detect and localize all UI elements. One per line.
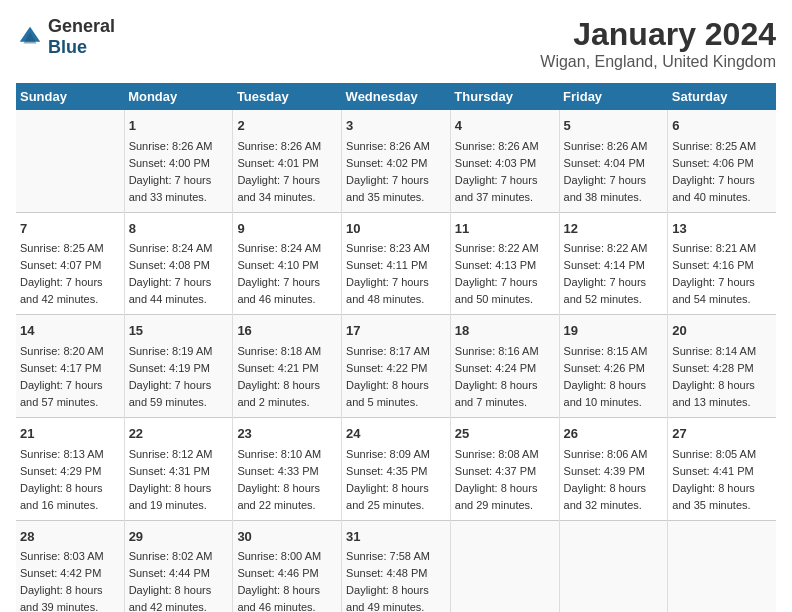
cell-line: Sunrise: 8:26 AM [237,140,321,152]
cell-line: Sunrise: 8:17 AM [346,345,430,357]
cell-line: and 33 minutes. [129,191,207,203]
cell-content: Sunrise: 8:03 AMSunset: 4:42 PMDaylight:… [20,548,120,612]
day-number: 22 [129,424,229,444]
cell-line: and 35 minutes. [672,499,750,511]
calendar-cell: 6Sunrise: 8:25 AMSunset: 4:06 PMDaylight… [668,110,776,212]
cell-line: and 2 minutes. [237,396,309,408]
cell-content: Sunrise: 8:26 AMSunset: 4:04 PMDaylight:… [564,138,664,206]
day-number: 1 [129,116,229,136]
calendar-cell: 24Sunrise: 8:09 AMSunset: 4:35 PMDayligh… [342,418,451,521]
cell-content: Sunrise: 8:26 AMSunset: 4:01 PMDaylight:… [237,138,337,206]
cell-line: and 32 minutes. [564,499,642,511]
cell-line: Sunrise: 8:08 AM [455,448,539,460]
calendar-cell: 18Sunrise: 8:16 AMSunset: 4:24 PMDayligh… [450,315,559,418]
day-number: 2 [237,116,337,136]
cell-line: Daylight: 7 hours [564,276,647,288]
day-number: 17 [346,321,446,341]
cell-line: Sunrise: 8:26 AM [564,140,648,152]
calendar-cell: 13Sunrise: 8:21 AMSunset: 4:16 PMDayligh… [668,212,776,315]
calendar-cell: 14Sunrise: 8:20 AMSunset: 4:17 PMDayligh… [16,315,124,418]
cell-content: Sunrise: 8:13 AMSunset: 4:29 PMDaylight:… [20,446,120,514]
cell-line: Daylight: 8 hours [129,584,212,596]
calendar-cell: 22Sunrise: 8:12 AMSunset: 4:31 PMDayligh… [124,418,233,521]
cell-line: Sunset: 4:01 PM [237,157,318,169]
calendar-cell [559,520,668,612]
cell-line: Daylight: 7 hours [672,276,755,288]
calendar-cell: 8Sunrise: 8:24 AMSunset: 4:08 PMDaylight… [124,212,233,315]
cell-line: Sunset: 4:16 PM [672,259,753,271]
cell-content: Sunrise: 8:18 AMSunset: 4:21 PMDaylight:… [237,343,337,411]
cell-line: Daylight: 8 hours [346,584,429,596]
calendar-cell [16,110,124,212]
cell-line: Daylight: 8 hours [237,379,320,391]
cell-line: Sunrise: 8:10 AM [237,448,321,460]
header: General Blue January 2024 Wigan, England… [16,16,776,71]
cell-line: and 29 minutes. [455,499,533,511]
cell-line: Sunrise: 8:20 AM [20,345,104,357]
calendar-cell: 12Sunrise: 8:22 AMSunset: 4:14 PMDayligh… [559,212,668,315]
cell-content: Sunrise: 8:02 AMSunset: 4:44 PMDaylight:… [129,548,229,612]
cell-line: Daylight: 8 hours [237,584,320,596]
day-number: 15 [129,321,229,341]
cell-line: Sunset: 4:24 PM [455,362,536,374]
cell-line: and 37 minutes. [455,191,533,203]
cell-line: and 40 minutes. [672,191,750,203]
cell-content: Sunrise: 8:25 AMSunset: 4:07 PMDaylight:… [20,240,120,308]
calendar-cell: 31Sunrise: 7:58 AMSunset: 4:48 PMDayligh… [342,520,451,612]
cell-line: Sunset: 4:29 PM [20,465,101,477]
cell-content: Sunrise: 8:14 AMSunset: 4:28 PMDaylight:… [672,343,772,411]
cell-line: Daylight: 7 hours [20,379,103,391]
cell-line: and 42 minutes. [20,293,98,305]
cell-content: Sunrise: 8:10 AMSunset: 4:33 PMDaylight:… [237,446,337,514]
cell-content: Sunrise: 8:19 AMSunset: 4:19 PMDaylight:… [129,343,229,411]
day-number: 8 [129,219,229,239]
day-number: 11 [455,219,555,239]
cell-line: Sunset: 4:33 PM [237,465,318,477]
cell-line: Sunrise: 8:25 AM [20,242,104,254]
calendar-cell: 16Sunrise: 8:18 AMSunset: 4:21 PMDayligh… [233,315,342,418]
cell-line: and 34 minutes. [237,191,315,203]
cell-line: Sunset: 4:48 PM [346,567,427,579]
cell-content: Sunrise: 8:26 AMSunset: 4:02 PMDaylight:… [346,138,446,206]
header-day-saturday: Saturday [668,83,776,110]
cell-line: Daylight: 7 hours [346,276,429,288]
calendar-cell: 5Sunrise: 8:26 AMSunset: 4:04 PMDaylight… [559,110,668,212]
cell-line: Sunset: 4:26 PM [564,362,645,374]
week-row-3: 14Sunrise: 8:20 AMSunset: 4:17 PMDayligh… [16,315,776,418]
calendar-table: SundayMondayTuesdayWednesdayThursdayFrid… [16,83,776,612]
calendar-cell: 11Sunrise: 8:22 AMSunset: 4:13 PMDayligh… [450,212,559,315]
cell-line: and 5 minutes. [346,396,418,408]
calendar-cell: 7Sunrise: 8:25 AMSunset: 4:07 PMDaylight… [16,212,124,315]
cell-line: Daylight: 7 hours [455,276,538,288]
cell-line: Sunrise: 8:13 AM [20,448,104,460]
cell-line: Daylight: 8 hours [564,482,647,494]
cell-line: Daylight: 8 hours [237,482,320,494]
day-number: 4 [455,116,555,136]
day-number: 24 [346,424,446,444]
cell-content: Sunrise: 8:05 AMSunset: 4:41 PMDaylight:… [672,446,772,514]
day-number: 6 [672,116,772,136]
week-row-4: 21Sunrise: 8:13 AMSunset: 4:29 PMDayligh… [16,418,776,521]
cell-line: Sunset: 4:11 PM [346,259,427,271]
calendar-cell [450,520,559,612]
header-day-wednesday: Wednesday [342,83,451,110]
cell-line: and 46 minutes. [237,293,315,305]
cell-line: Daylight: 7 hours [129,174,212,186]
logo-general-text: General [48,16,115,36]
calendar-cell: 19Sunrise: 8:15 AMSunset: 4:26 PMDayligh… [559,315,668,418]
calendar-cell: 3Sunrise: 8:26 AMSunset: 4:02 PMDaylight… [342,110,451,212]
header-day-tuesday: Tuesday [233,83,342,110]
calendar-cell: 1Sunrise: 8:26 AMSunset: 4:00 PMDaylight… [124,110,233,212]
cell-line: and 13 minutes. [672,396,750,408]
logo-blue-text: Blue [48,37,87,57]
cell-line: Daylight: 8 hours [20,482,103,494]
cell-line: Sunrise: 8:19 AM [129,345,213,357]
cell-line: Sunrise: 8:24 AM [129,242,213,254]
calendar-cell: 9Sunrise: 8:24 AMSunset: 4:10 PMDaylight… [233,212,342,315]
day-number: 25 [455,424,555,444]
cell-line: and 57 minutes. [20,396,98,408]
cell-content: Sunrise: 8:26 AMSunset: 4:03 PMDaylight:… [455,138,555,206]
cell-line: Sunset: 4:04 PM [564,157,645,169]
week-row-5: 28Sunrise: 8:03 AMSunset: 4:42 PMDayligh… [16,520,776,612]
cell-line: Sunset: 4:31 PM [129,465,210,477]
